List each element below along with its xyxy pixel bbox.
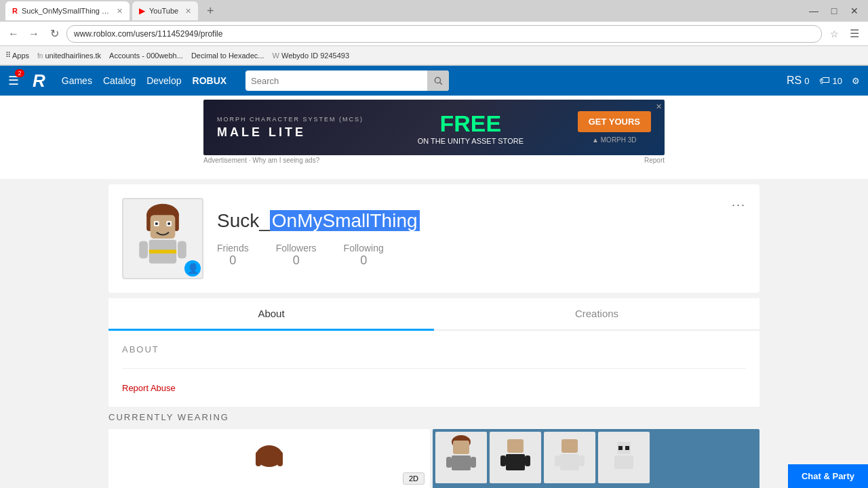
tab-about[interactable]: About	[108, 298, 434, 331]
svg-rect-9	[167, 222, 170, 225]
roblox-logo[interactable]: R	[33, 70, 45, 92]
new-tab-button[interactable]: +	[201, 1, 220, 20]
nav-links: Games Catalog Develop ROBUX	[62, 75, 226, 86]
youtube-tab-close[interactable]: ✕	[185, 7, 191, 16]
ad-cta-button[interactable]: GET YOURS	[578, 111, 651, 132]
svg-rect-23	[506, 454, 525, 470]
ad-label: Advertisement · Why am I seeing ads?	[203, 157, 319, 164]
roblox-tab-title: Suck_OnMySmallThing - R...	[22, 7, 110, 15]
more-options-button[interactable]: ···	[732, 198, 746, 212]
gear-icon: ⚙	[852, 76, 860, 86]
svg-rect-33	[614, 455, 633, 469]
youtube-favicon: ▶	[139, 6, 145, 16]
wearing-thumb-4	[598, 432, 650, 483]
robux-counter[interactable]: RS 0	[787, 75, 809, 87]
nav-develop[interactable]: Develop	[146, 75, 181, 86]
svg-line-1	[440, 83, 442, 85]
browser-titlebar: R Suck_OnMySmallThing - R... ✕ ▶ YouTube…	[0, 0, 868, 22]
back-button[interactable]: ←	[5, 26, 22, 42]
tickets-counter[interactable]: 🏷 10	[819, 75, 842, 87]
svg-rect-27	[560, 454, 579, 470]
roblox-favicon: R	[12, 7, 18, 15]
username: Suck_OnMySmallThing	[217, 210, 746, 232]
bookmark-star[interactable]: ☆	[826, 26, 842, 42]
browser-chrome: R Suck_OnMySmallThing - R... ✕ ▶ YouTube…	[0, 0, 868, 66]
webydo-bookmark[interactable]: W Webydo ID 9245493	[273, 52, 350, 60]
chat-bar[interactable]: Chat & Party	[788, 464, 868, 488]
ad-asset-label: ON THE UNITY ASSET STORE	[418, 137, 524, 145]
maximize-button[interactable]: □	[826, 5, 842, 16]
nav-games[interactable]: Games	[62, 75, 92, 86]
menu-button[interactable]: ☰	[846, 26, 863, 42]
profile-card: 👤 Suck_OnMySmallThing Friends 0 Follower…	[108, 184, 760, 293]
avatar-badge: 👤	[184, 260, 201, 277]
followers-label: Followers	[276, 243, 317, 253]
forward-button[interactable]: →	[26, 26, 42, 42]
tickets-icon: 🏷	[819, 75, 830, 87]
accounts-bookmark[interactable]: Accounts - 000webh...	[109, 52, 183, 60]
hamburger-menu[interactable]: ☰ 2	[8, 73, 19, 88]
svg-rect-20	[446, 457, 452, 468]
browser-tab-youtube[interactable]: ▶ YouTube ✕	[132, 1, 198, 20]
address-bar[interactable]: www.roblox.com/users/111452949/profile	[66, 25, 822, 43]
about-section: ABOUT Report Abuse	[108, 331, 760, 407]
nav-right: RS 0 🏷 10 ⚙	[787, 75, 860, 87]
svg-rect-21	[471, 457, 476, 468]
decimal-bookmark[interactable]: Decimal to Hexadec...	[191, 52, 264, 60]
robux-count: 0	[804, 76, 809, 86]
notification-badge: 2	[15, 69, 24, 77]
svg-rect-22	[507, 439, 524, 453]
svg-rect-29	[579, 455, 585, 466]
ad-close-btn[interactable]: ✕	[656, 102, 662, 111]
refresh-button[interactable]: ↻	[46, 26, 62, 42]
ad-brand-label: ▲ MORPH 3D	[592, 136, 636, 144]
ad-report-link[interactable]: Report	[644, 157, 665, 164]
roblox-tab-close[interactable]: ✕	[117, 7, 123, 16]
profile-stats: Friends 0 Followers 0 Following 0	[217, 243, 746, 268]
nav-robux[interactable]: ROBUX	[193, 75, 227, 86]
ad-free-label: FREE	[418, 110, 524, 137]
profile-info: Suck_OnMySmallThing Friends 0 Followers …	[217, 210, 746, 268]
svg-rect-32	[625, 446, 629, 450]
browser-addressbar: ← → ↻ www.roblox.com/users/111452949/pro…	[0, 22, 868, 46]
svg-rect-16	[277, 451, 283, 466]
wearing-title: CURRENTLY WEARING	[108, 412, 760, 422]
wearing-right-panel	[433, 429, 760, 488]
webydo-icon: W	[273, 52, 279, 60]
ad-footer: Advertisement · Why am I seeing ads? Rep…	[203, 157, 665, 164]
svg-rect-15	[256, 451, 261, 466]
avatar-badge-icon: 👤	[187, 263, 199, 274]
about-divider	[122, 368, 746, 369]
tickets-count: 10	[833, 76, 842, 86]
ad-banner[interactable]: MORPH CHARACTER SYSTEM (MCS) MALE LITE F…	[203, 100, 665, 155]
username-plain: Suck_	[217, 210, 270, 231]
svg-rect-12	[139, 241, 148, 259]
ad-right: GET YOURS ▲ MORPH 3D	[578, 111, 651, 144]
wearing-thumb-3	[544, 432, 595, 483]
following-stat: Following 0	[344, 243, 384, 268]
wearing-section: CURRENTLY WEARING 2D	[108, 412, 760, 488]
svg-rect-19	[452, 455, 471, 470]
unitedairlines-bookmark[interactable]: fn unitedhairlines.tk	[37, 52, 101, 60]
friends-value: 0	[217, 253, 249, 268]
browser-tab-roblox[interactable]: R Suck_OnMySmallThing - R... ✕	[5, 1, 130, 20]
apps-icon: ⠿	[5, 51, 11, 60]
tab-creations[interactable]: Creations	[434, 298, 760, 331]
minimize-button[interactable]: —	[806, 5, 822, 16]
ad-middle: FREE ON THE UNITY ASSET STORE	[418, 110, 524, 145]
apps-bookmark[interactable]: ⠿ Apps	[5, 51, 29, 60]
view-2d-button[interactable]: 2D	[403, 472, 425, 485]
svg-rect-18	[453, 441, 469, 454]
svg-rect-25	[525, 455, 530, 466]
nav-catalog[interactable]: Catalog	[103, 75, 136, 86]
settings-button[interactable]: ⚙	[852, 76, 860, 86]
svg-rect-28	[555, 455, 560, 466]
search-button[interactable]	[427, 70, 449, 91]
report-abuse-link[interactable]: Report Abuse	[122, 383, 176, 393]
hair-item-svg	[249, 439, 290, 480]
svg-rect-26	[561, 439, 578, 453]
profile-tabs: About Creations	[108, 298, 760, 331]
search-input[interactable]	[245, 76, 427, 86]
following-label: Following	[344, 243, 384, 253]
close-button[interactable]: ✕	[846, 5, 863, 16]
